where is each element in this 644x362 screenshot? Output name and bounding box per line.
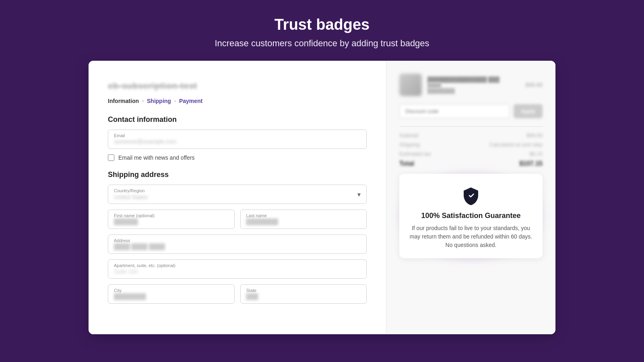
trust-badge-title: 100% Satisfaction Guarantee (409, 212, 533, 220)
city-input[interactable]: City ████████ (108, 284, 235, 304)
country-label: Country/Region (114, 188, 144, 193)
address-field-group: Address ████ ████ ████ (108, 234, 367, 254)
order-item-image (399, 74, 422, 96)
state-input[interactable]: State ███ (240, 284, 367, 304)
page-header: Trust badges Increase customers confiden… (206, 0, 437, 61)
store-name: cb-subscription-test (108, 81, 367, 91)
apply-coupon-button[interactable]: Apply (514, 104, 543, 118)
order-item-name: ████████████████ ███ (427, 76, 520, 82)
state-field-wrapper: State ███ (240, 284, 367, 304)
breadcrumb-payment[interactable]: Payment (179, 98, 202, 104)
subtotal-row: Subtotal $99.00 (399, 132, 543, 138)
last-name-field-wrapper: Last name ████████ (240, 210, 367, 229)
first-name-input[interactable]: First name (optional) ██████ (108, 210, 235, 229)
shipping-value: Calculated at next step (489, 142, 543, 148)
trust-badge-description: If our products fail to live to your sta… (409, 224, 533, 249)
first-name-field-wrapper: First name (optional) ██████ (108, 210, 235, 229)
subtotal-value: $99.00 (526, 132, 543, 138)
chevron-down-icon: ▾ (357, 191, 361, 198)
state-label: State (246, 288, 361, 293)
city-state-row: City ████████ State ███ (108, 284, 367, 304)
apt-field-group: Apartment, suite, etc. (optional) Suite … (108, 259, 367, 279)
contact-section-title: Contact information (108, 115, 367, 124)
trust-badge-card: 100% Satisfaction Guarantee If our produ… (399, 174, 543, 258)
coupon-input[interactable] (399, 104, 510, 118)
shield-icon (460, 185, 481, 206)
breadcrumb: Information › Shipping › Payment (108, 98, 367, 104)
email-label: Email (114, 133, 361, 138)
subtotal-label: Subtotal (399, 132, 419, 138)
tax-label: Estimated tax (399, 151, 431, 157)
order-item-sub2: ████████ (427, 88, 520, 94)
tax-value: $8.15 (529, 151, 543, 157)
newsletter-checkbox-row: Email me with news and offers (108, 154, 367, 161)
country-select[interactable]: Country/Region United States ▾ (108, 185, 367, 204)
address-value: ████ ████ ████ (114, 243, 165, 250)
checkout-form-panel: cb-subscription-test Information › Shipp… (89, 61, 386, 334)
newsletter-label: Email me with news and offers (118, 154, 195, 161)
country-field-group: Country/Region United States ▾ (108, 185, 367, 204)
address-label: Address (114, 238, 361, 243)
email-field-group: Email someone@example.com (108, 130, 367, 149)
breadcrumb-information[interactable]: Information (108, 98, 139, 104)
tax-row: Estimated tax $8.15 (399, 151, 543, 157)
order-summary-panel: ████████████████ ███ ████ ████████ $99.0… (386, 61, 555, 334)
main-card: cb-subscription-test Information › Shipp… (89, 61, 555, 334)
order-totals: Subtotal $99.00 Shipping Calculated at n… (399, 126, 543, 167)
first-name-value: ██████ (114, 218, 138, 225)
last-name-input[interactable]: Last name ████████ (240, 210, 367, 229)
order-item-sub: ████ (427, 82, 520, 88)
order-item: ████████████████ ███ ████ ████████ $99.0… (399, 74, 543, 96)
breadcrumb-shipping[interactable]: Shipping (147, 98, 171, 104)
apt-label: Apartment, suite, etc. (optional) (114, 263, 361, 268)
order-item-price: $99.00 (525, 82, 543, 88)
city-label: City (114, 288, 229, 293)
breadcrumb-sep-2: › (174, 98, 176, 104)
last-name-value: ████████ (246, 218, 278, 225)
trust-badge-container: 100% Satisfaction Guarantee If our produ… (399, 174, 543, 258)
breadcrumb-sep-1: › (142, 98, 144, 104)
shipping-label: Shipping (399, 142, 420, 148)
apt-input[interactable]: Apartment, suite, etc. (optional) Suite … (108, 259, 367, 279)
newsletter-checkbox[interactable] (108, 154, 114, 161)
email-value: someone@example.com (114, 138, 176, 145)
last-name-label: Last name (246, 213, 361, 218)
shipping-row: Shipping Calculated at next step (399, 142, 543, 148)
coupon-row: Apply (399, 104, 543, 118)
shipping-section-title: Shipping address (108, 171, 367, 179)
email-input-wrapper[interactable]: Email someone@example.com (108, 130, 367, 149)
order-item-details: ████████████████ ███ ████ ████████ (427, 76, 520, 94)
name-row: First name (optional) ██████ Last name █… (108, 210, 367, 229)
first-name-label: First name (optional) (114, 213, 229, 218)
page-subtitle: Increase customers confidence by adding … (215, 38, 429, 49)
city-field-wrapper: City ████████ (108, 284, 235, 304)
country-value: United States (114, 194, 361, 200)
apt-value: Suite 100 (114, 268, 138, 275)
address-input[interactable]: Address ████ ████ ████ (108, 234, 367, 254)
page-title: Trust badges (215, 16, 429, 33)
